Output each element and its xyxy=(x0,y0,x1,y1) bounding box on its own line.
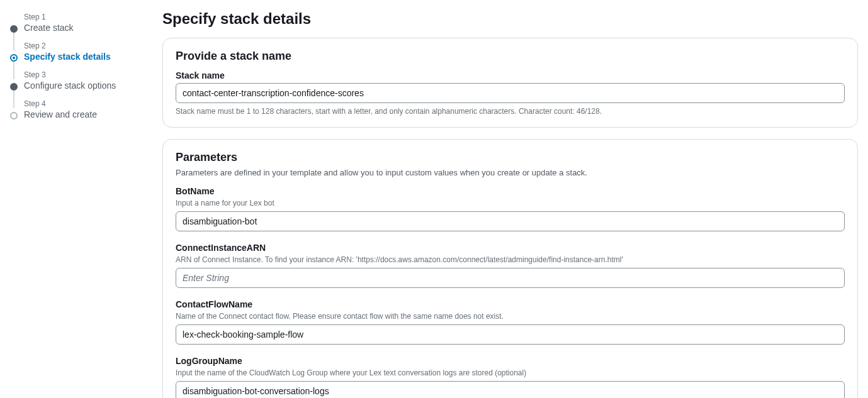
parameters-panel-title: Parameters xyxy=(176,151,845,164)
wizard-step-title: Create stack xyxy=(24,23,74,33)
contact-flow-name-hint: Name of the Connect contact flow. Please… xyxy=(176,312,845,321)
contact-flow-name-label: ContactFlowName xyxy=(176,299,845,309)
log-group-name-field: LogGroupName Input the name of the Cloud… xyxy=(176,356,845,398)
log-group-name-input[interactable] xyxy=(176,381,845,398)
page-title: Specify stack details xyxy=(162,10,858,28)
connect-instance-arn-field: ConnectInstanceARN ARN of Connect Instan… xyxy=(176,243,845,288)
wizard-nav: Step 1 Create stack Step 2 Specify stack… xyxy=(10,10,142,398)
parameters-subtext: Parameters are defined in your template … xyxy=(176,168,845,177)
stack-name-field: Stack name Stack name must be 1 to 128 c… xyxy=(176,70,845,116)
connect-instance-arn-input[interactable] xyxy=(176,268,845,288)
main-content: Specify stack details Provide a stack na… xyxy=(162,10,858,398)
contact-flow-name-field: ContactFlowName Name of the Connect cont… xyxy=(176,299,845,345)
step-indicator-icon xyxy=(10,112,18,119)
botname-hint: Input a name for your Lex bot xyxy=(176,199,845,207)
wizard-step-num: Step 1 xyxy=(24,13,142,21)
botname-input[interactable] xyxy=(176,211,845,231)
log-group-name-hint: Input the name of the CloudWatch Log Gro… xyxy=(176,368,845,377)
log-group-name-label: LogGroupName xyxy=(176,356,845,366)
wizard-step-specify-details[interactable]: Step 2 Specify stack details xyxy=(10,41,142,70)
stack-name-panel: Provide a stack name Stack name Stack na… xyxy=(162,38,858,128)
step-indicator-icon xyxy=(10,54,18,62)
step-indicator-icon xyxy=(10,83,18,91)
wizard-step-num: Step 2 xyxy=(24,41,142,50)
connect-instance-arn-label: ConnectInstanceARN xyxy=(176,243,845,253)
stack-name-label: Stack name xyxy=(176,70,845,80)
connect-instance-arn-hint: ARN of Connect Instance. To find your in… xyxy=(176,255,845,264)
stack-name-input[interactable] xyxy=(176,83,845,103)
wizard-step-create-stack[interactable]: Step 1 Create stack xyxy=(10,13,142,41)
wizard-step-title: Specify stack details xyxy=(24,52,111,62)
contact-flow-name-input[interactable] xyxy=(176,324,845,345)
wizard-step-num: Step 3 xyxy=(24,70,142,79)
step-indicator-icon xyxy=(10,25,18,33)
parameters-panel: Parameters Parameters are defined in you… xyxy=(162,139,858,398)
stack-name-constraint: Stack name must be 1 to 128 characters, … xyxy=(176,107,845,116)
wizard-step-configure-options[interactable]: Step 3 Configure stack options xyxy=(10,70,142,99)
botname-field: BotName Input a name for your Lex bot xyxy=(176,186,845,231)
botname-label: BotName xyxy=(176,186,845,196)
wizard-step-title: Review and create xyxy=(24,109,97,119)
wizard-step-title: Configure stack options xyxy=(24,80,116,91)
stack-name-panel-title: Provide a stack name xyxy=(176,50,845,63)
wizard-step-num: Step 4 xyxy=(24,99,142,108)
wizard-step-review[interactable]: Step 4 Review and create xyxy=(10,99,142,119)
